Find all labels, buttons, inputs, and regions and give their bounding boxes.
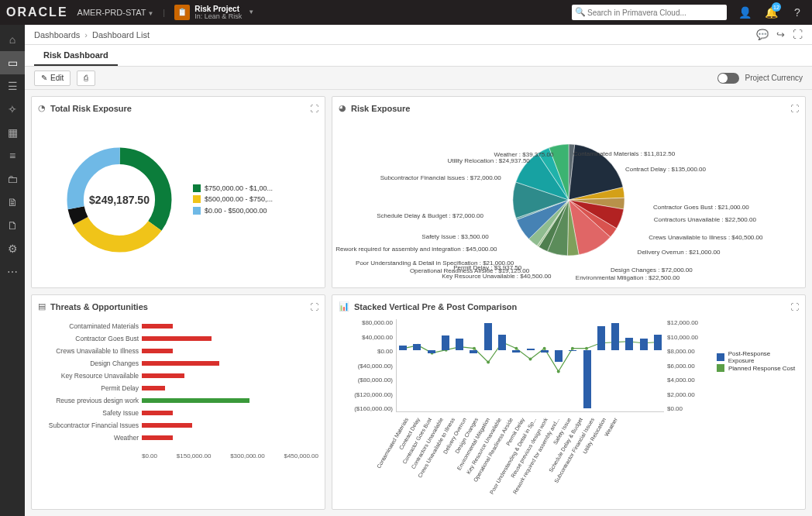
share-icon[interactable]: ↪ [776, 29, 785, 40]
panel-stacked-comparison: 📊 Stacked Vertical Pre & Post Comparison… [332, 294, 806, 510]
search-input[interactable] [572, 5, 727, 20]
breadcrumb: Dashboards › Dashboard List 💬 ↪ ⛶ [25, 25, 812, 45]
stacked-chart[interactable] [396, 319, 664, 412]
donut-icon: ◔ [38, 103, 46, 113]
toolbar: ✎ Edit ⎙ Project Currency [25, 67, 812, 90]
global-search[interactable]: 🔍 [572, 5, 727, 20]
sidebar: ⌂ ▭ ☰ ✧ ▦ ≡ 🗀 🗎 🗋 ⚙ ⋯ [0, 25, 25, 516]
expand-icon[interactable]: ⛶ [790, 104, 799, 113]
workspace-selector[interactable]: AMER-PRD-STAT▼ [77, 8, 154, 17]
donut-center-value: $249,187.50 [89, 194, 150, 206]
panel-title: Stacked Vertical Pre & Post Comparison [354, 302, 786, 311]
svg-point-15 [557, 370, 560, 373]
expand-icon[interactable]: ⛶ [310, 104, 318, 113]
svg-point-10 [487, 361, 490, 364]
nav-dashboards-icon[interactable]: ▭ [0, 51, 25, 74]
pie-icon: ◕ [339, 103, 346, 113]
nav-reports-icon[interactable]: 🗎 [0, 191, 25, 214]
edit-button[interactable]: ✎ Edit [34, 71, 71, 86]
combo-icon: 📊 [339, 301, 349, 311]
nav-grid-icon[interactable]: ▦ [0, 121, 25, 144]
crumb-dashboard-list[interactable]: Dashboard List [92, 30, 150, 40]
notifications-icon[interactable]: 🔔12 [762, 4, 779, 21]
nav-list-icon[interactable]: ≡ [0, 144, 25, 167]
threats-bar-chart[interactable]: Contaminated MaterialsContractor Goes Bu… [38, 316, 318, 448]
print-icon: ⎙ [84, 74, 88, 82]
nav-files-icon[interactable]: 🗀 [0, 167, 25, 191]
print-button[interactable]: ⎙ [77, 71, 95, 86]
oracle-logo: ORACLE [6, 5, 68, 19]
tab-bar: Risk Dashboard [25, 45, 812, 67]
project-currency-label: Project Currency [745, 74, 803, 82]
panel-title: Total Risk Exposure [50, 104, 305, 113]
project-icon: 📋 [174, 5, 190, 20]
nav-settings-icon[interactable]: ⚙ [0, 237, 25, 260]
fullscreen-icon[interactable]: ⛶ [793, 29, 803, 40]
project-selector[interactable]: 📋 Risk Project In: Lean & Risk ▼ [174, 5, 254, 21]
panel-threats-opportunities: ▤ Threats & Opportunities ⛶ Contaminated… [31, 294, 325, 510]
expand-icon[interactable]: ⛶ [790, 302, 799, 311]
topbar: ORACLE AMER-PRD-STAT▼ | 📋 Risk Project I… [0, 0, 812, 25]
pencil-icon: ✎ [41, 74, 47, 82]
crumb-dashboards[interactable]: Dashboards [34, 30, 80, 40]
nav-document-icon[interactable]: 🗋 [0, 214, 25, 237]
search-icon: 🔍 [575, 7, 586, 17]
tab-risk-dashboard[interactable]: Risk Dashboard [34, 46, 118, 66]
nav-activities-icon[interactable]: ☰ [0, 74, 25, 98]
nav-people-icon[interactable]: ✧ [0, 98, 25, 121]
panel-risk-exposure: ◕ Risk Exposure ⛶ Contaminated Materials… [332, 96, 806, 288]
stacked-legend: Post-Response ExposurePlanned Response C… [710, 319, 796, 412]
user-avatar[interactable]: 👤 [736, 4, 753, 21]
expand-icon[interactable]: ⛶ [310, 302, 318, 311]
donut-legend: $750,000.00 - $1,00...$500,000.00 - $750… [193, 183, 273, 216]
bar-icon: ▤ [38, 301, 46, 311]
panel-total-risk-exposure: ◔ Total Risk Exposure ⛶ $249, [31, 96, 325, 288]
project-currency-toggle[interactable] [717, 73, 739, 84]
donut-chart[interactable]: $249,187.50 [61, 142, 177, 258]
svg-point-13 [529, 358, 532, 361]
help-icon[interactable]: ? [789, 4, 806, 21]
nav-home-icon[interactable]: ⌂ [0, 28, 25, 51]
nav-more-icon[interactable]: ⋯ [0, 260, 25, 284]
panel-title: Risk Exposure [351, 104, 786, 113]
discuss-icon[interactable]: 💬 [756, 29, 769, 40]
panel-title: Threats & Opportunities [50, 302, 305, 311]
